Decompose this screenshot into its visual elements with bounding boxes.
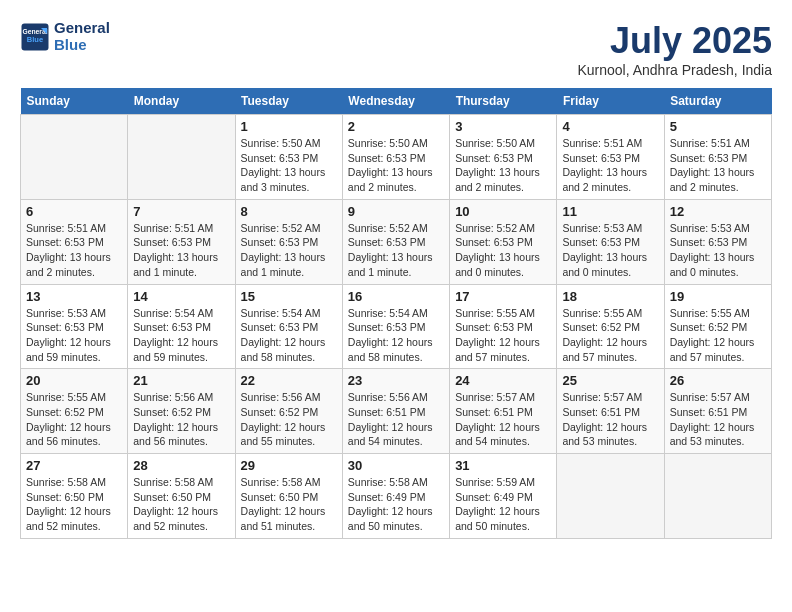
day-info: Sunrise: 5:53 AMSunset: 6:53 PMDaylight:… <box>670 221 766 280</box>
day-number: 5 <box>670 119 766 134</box>
logo-icon: General Blue <box>20 22 50 52</box>
day-number: 4 <box>562 119 658 134</box>
day-number: 29 <box>241 458 337 473</box>
calendar-cell <box>557 454 664 539</box>
calendar-cell: 2Sunrise: 5:50 AMSunset: 6:53 PMDaylight… <box>342 115 449 200</box>
day-header-saturday: Saturday <box>664 88 771 115</box>
day-number: 21 <box>133 373 229 388</box>
day-number: 6 <box>26 204 122 219</box>
day-info: Sunrise: 5:51 AMSunset: 6:53 PMDaylight:… <box>26 221 122 280</box>
day-info: Sunrise: 5:57 AMSunset: 6:51 PMDaylight:… <box>455 390 551 449</box>
calendar-cell: 26Sunrise: 5:57 AMSunset: 6:51 PMDayligh… <box>664 369 771 454</box>
day-number: 8 <box>241 204 337 219</box>
day-number: 14 <box>133 289 229 304</box>
calendar-cell: 3Sunrise: 5:50 AMSunset: 6:53 PMDaylight… <box>450 115 557 200</box>
day-info: Sunrise: 5:58 AMSunset: 6:50 PMDaylight:… <box>241 475 337 534</box>
calendar-cell: 17Sunrise: 5:55 AMSunset: 6:53 PMDayligh… <box>450 284 557 369</box>
calendar-cell: 31Sunrise: 5:59 AMSunset: 6:49 PMDayligh… <box>450 454 557 539</box>
calendar-week-4: 20Sunrise: 5:55 AMSunset: 6:52 PMDayligh… <box>21 369 772 454</box>
calendar-cell: 13Sunrise: 5:53 AMSunset: 6:53 PMDayligh… <box>21 284 128 369</box>
day-number: 24 <box>455 373 551 388</box>
calendar-table: SundayMondayTuesdayWednesdayThursdayFrid… <box>20 88 772 539</box>
day-number: 20 <box>26 373 122 388</box>
day-info: Sunrise: 5:51 AMSunset: 6:53 PMDaylight:… <box>133 221 229 280</box>
calendar-cell: 4Sunrise: 5:51 AMSunset: 6:53 PMDaylight… <box>557 115 664 200</box>
day-number: 30 <box>348 458 444 473</box>
title-block: July 2025 Kurnool, Andhra Pradesh, India <box>577 20 772 78</box>
day-info: Sunrise: 5:56 AMSunset: 6:52 PMDaylight:… <box>133 390 229 449</box>
day-number: 12 <box>670 204 766 219</box>
day-number: 23 <box>348 373 444 388</box>
day-info: Sunrise: 5:54 AMSunset: 6:53 PMDaylight:… <box>348 306 444 365</box>
day-info: Sunrise: 5:52 AMSunset: 6:53 PMDaylight:… <box>455 221 551 280</box>
calendar-cell: 18Sunrise: 5:55 AMSunset: 6:52 PMDayligh… <box>557 284 664 369</box>
calendar-cell: 23Sunrise: 5:56 AMSunset: 6:51 PMDayligh… <box>342 369 449 454</box>
day-info: Sunrise: 5:51 AMSunset: 6:53 PMDaylight:… <box>562 136 658 195</box>
day-info: Sunrise: 5:54 AMSunset: 6:53 PMDaylight:… <box>133 306 229 365</box>
calendar-cell: 19Sunrise: 5:55 AMSunset: 6:52 PMDayligh… <box>664 284 771 369</box>
day-info: Sunrise: 5:58 AMSunset: 6:50 PMDaylight:… <box>133 475 229 534</box>
calendar-week-1: 1Sunrise: 5:50 AMSunset: 6:53 PMDaylight… <box>21 115 772 200</box>
day-info: Sunrise: 5:55 AMSunset: 6:52 PMDaylight:… <box>670 306 766 365</box>
calendar-cell: 20Sunrise: 5:55 AMSunset: 6:52 PMDayligh… <box>21 369 128 454</box>
calendar-cell: 29Sunrise: 5:58 AMSunset: 6:50 PMDayligh… <box>235 454 342 539</box>
calendar-cell: 8Sunrise: 5:52 AMSunset: 6:53 PMDaylight… <box>235 199 342 284</box>
day-info: Sunrise: 5:50 AMSunset: 6:53 PMDaylight:… <box>348 136 444 195</box>
day-info: Sunrise: 5:54 AMSunset: 6:53 PMDaylight:… <box>241 306 337 365</box>
calendar-cell: 12Sunrise: 5:53 AMSunset: 6:53 PMDayligh… <box>664 199 771 284</box>
calendar-cell <box>664 454 771 539</box>
svg-text:Blue: Blue <box>27 35 43 44</box>
day-number: 15 <box>241 289 337 304</box>
month-year-title: July 2025 <box>577 20 772 62</box>
calendar-cell: 5Sunrise: 5:51 AMSunset: 6:53 PMDaylight… <box>664 115 771 200</box>
calendar-cell: 10Sunrise: 5:52 AMSunset: 6:53 PMDayligh… <box>450 199 557 284</box>
calendar-week-5: 27Sunrise: 5:58 AMSunset: 6:50 PMDayligh… <box>21 454 772 539</box>
day-header-monday: Monday <box>128 88 235 115</box>
day-header-friday: Friday <box>557 88 664 115</box>
day-info: Sunrise: 5:57 AMSunset: 6:51 PMDaylight:… <box>670 390 766 449</box>
day-number: 28 <box>133 458 229 473</box>
day-number: 31 <box>455 458 551 473</box>
day-number: 27 <box>26 458 122 473</box>
day-info: Sunrise: 5:58 AMSunset: 6:49 PMDaylight:… <box>348 475 444 534</box>
day-info: Sunrise: 5:55 AMSunset: 6:52 PMDaylight:… <box>26 390 122 449</box>
day-number: 11 <box>562 204 658 219</box>
calendar-cell: 6Sunrise: 5:51 AMSunset: 6:53 PMDaylight… <box>21 199 128 284</box>
day-info: Sunrise: 5:50 AMSunset: 6:53 PMDaylight:… <box>241 136 337 195</box>
calendar-week-2: 6Sunrise: 5:51 AMSunset: 6:53 PMDaylight… <box>21 199 772 284</box>
day-number: 2 <box>348 119 444 134</box>
day-number: 17 <box>455 289 551 304</box>
day-number: 13 <box>26 289 122 304</box>
day-info: Sunrise: 5:56 AMSunset: 6:52 PMDaylight:… <box>241 390 337 449</box>
day-number: 1 <box>241 119 337 134</box>
calendar-cell: 7Sunrise: 5:51 AMSunset: 6:53 PMDaylight… <box>128 199 235 284</box>
day-info: Sunrise: 5:51 AMSunset: 6:53 PMDaylight:… <box>670 136 766 195</box>
day-header-thursday: Thursday <box>450 88 557 115</box>
day-info: Sunrise: 5:55 AMSunset: 6:53 PMDaylight:… <box>455 306 551 365</box>
calendar-cell: 11Sunrise: 5:53 AMSunset: 6:53 PMDayligh… <box>557 199 664 284</box>
calendar-cell: 21Sunrise: 5:56 AMSunset: 6:52 PMDayligh… <box>128 369 235 454</box>
day-number: 9 <box>348 204 444 219</box>
day-info: Sunrise: 5:52 AMSunset: 6:53 PMDaylight:… <box>241 221 337 280</box>
calendar-cell: 14Sunrise: 5:54 AMSunset: 6:53 PMDayligh… <box>128 284 235 369</box>
page-header: General Blue General Blue July 2025 Kurn… <box>20 20 772 78</box>
day-info: Sunrise: 5:53 AMSunset: 6:53 PMDaylight:… <box>26 306 122 365</box>
day-info: Sunrise: 5:55 AMSunset: 6:52 PMDaylight:… <box>562 306 658 365</box>
day-number: 7 <box>133 204 229 219</box>
calendar-cell: 25Sunrise: 5:57 AMSunset: 6:51 PMDayligh… <box>557 369 664 454</box>
calendar-cell: 27Sunrise: 5:58 AMSunset: 6:50 PMDayligh… <box>21 454 128 539</box>
day-number: 26 <box>670 373 766 388</box>
day-number: 16 <box>348 289 444 304</box>
day-number: 10 <box>455 204 551 219</box>
calendar-cell: 1Sunrise: 5:50 AMSunset: 6:53 PMDaylight… <box>235 115 342 200</box>
day-info: Sunrise: 5:57 AMSunset: 6:51 PMDaylight:… <box>562 390 658 449</box>
day-header-wednesday: Wednesday <box>342 88 449 115</box>
calendar-cell: 30Sunrise: 5:58 AMSunset: 6:49 PMDayligh… <box>342 454 449 539</box>
day-info: Sunrise: 5:52 AMSunset: 6:53 PMDaylight:… <box>348 221 444 280</box>
logo-text-general: General <box>54 20 110 37</box>
day-info: Sunrise: 5:58 AMSunset: 6:50 PMDaylight:… <box>26 475 122 534</box>
calendar-cell: 15Sunrise: 5:54 AMSunset: 6:53 PMDayligh… <box>235 284 342 369</box>
logo-text-blue: Blue <box>54 37 110 54</box>
day-header-sunday: Sunday <box>21 88 128 115</box>
day-number: 19 <box>670 289 766 304</box>
